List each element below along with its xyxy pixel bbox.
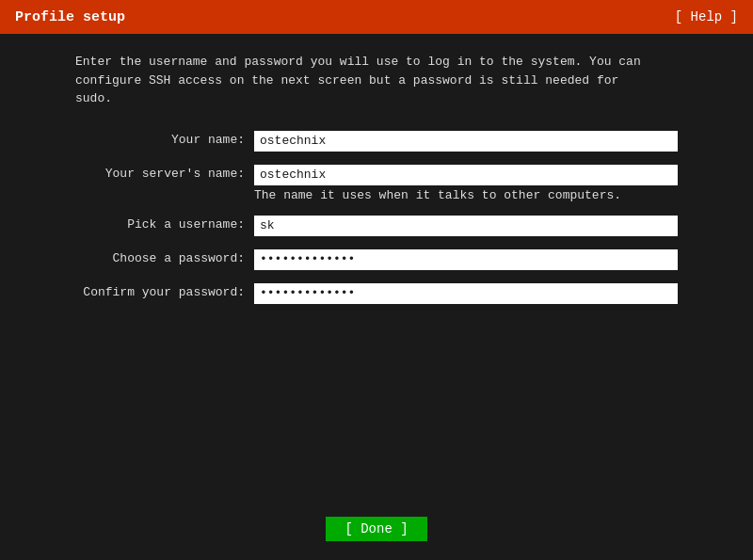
password-input-container xyxy=(254,249,678,270)
your-name-label: Your name: xyxy=(75,131,254,147)
server-name-input-container: The name it uses when it talks to other … xyxy=(254,165,678,202)
help-label: [ Help ] xyxy=(675,9,738,24)
confirm-password-row: Confirm your password: xyxy=(75,283,678,304)
description-text: Enter the username and password you will… xyxy=(75,53,678,108)
username-input[interactable] xyxy=(254,216,678,236)
main-content: Enter the username and password you will… xyxy=(0,34,753,336)
your-name-input[interactable] xyxy=(254,131,678,152)
password-input[interactable] xyxy=(254,249,678,270)
username-input-container xyxy=(254,216,678,236)
header-bar: Profile setup [ Help ] xyxy=(0,0,753,34)
username-row: Pick a username: xyxy=(75,216,678,236)
password-label: Choose a password: xyxy=(75,249,254,265)
username-label: Pick a username: xyxy=(75,216,254,232)
your-name-row: Your name: xyxy=(75,131,678,152)
confirm-password-input-container xyxy=(254,283,678,304)
page-title: Profile setup xyxy=(15,9,125,25)
footer: [ Done ] xyxy=(0,517,753,541)
server-name-row: Your server's name: The name it uses whe… xyxy=(75,165,678,202)
server-name-label: Your server's name: xyxy=(75,165,254,181)
server-name-input[interactable] xyxy=(254,165,678,185)
server-name-hint: The name it uses when it talks to other … xyxy=(254,188,678,202)
your-name-input-container xyxy=(254,131,678,152)
password-row: Choose a password: xyxy=(75,249,678,270)
confirm-password-label: Confirm your password: xyxy=(75,283,254,299)
description-line: Enter the username and password you will… xyxy=(75,55,641,105)
done-button[interactable]: [ Done ] xyxy=(326,517,426,541)
confirm-password-input[interactable] xyxy=(254,283,678,304)
